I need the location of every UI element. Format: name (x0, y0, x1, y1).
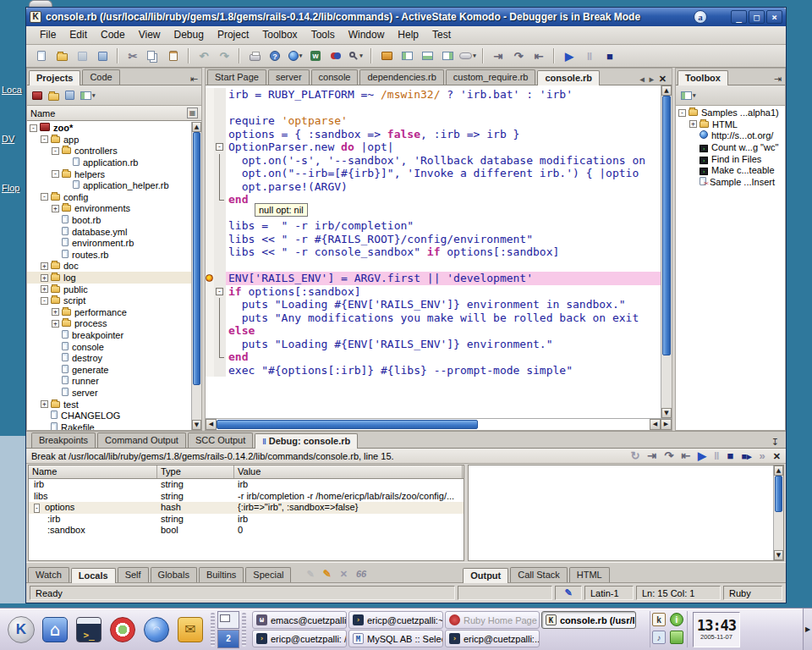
variable-row-irb[interactable]: :irbstringirb (29, 514, 464, 526)
editor-tab-dependencies-rb[interactable]: dependencies.rb (359, 69, 443, 85)
stop-icon[interactable]: ■ (600, 47, 620, 65)
code-line-8[interactable]: opt.parse!(ARGV) (206, 180, 661, 194)
breakpoint-margin[interactable] (206, 167, 214, 180)
more-icon[interactable]: » (760, 450, 765, 461)
delete-watch-icon[interactable]: ✕ (340, 570, 348, 579)
code-line-22[interactable]: exec "#{options[:irb]} #{libs} --prompt-… (206, 364, 661, 377)
breakpoint-margin[interactable] (206, 311, 214, 325)
stop-icon[interactable]: ■ (727, 450, 734, 461)
code-line-4[interactable]: options = { :sandbox => false, :irb => i… (206, 128, 661, 141)
debug-tab-globals[interactable]: Globals (151, 567, 197, 582)
collapse-icon[interactable]: - (52, 147, 59, 155)
pause-icon[interactable]: ‖ (714, 450, 719, 461)
macro-icon[interactable] (326, 47, 346, 65)
code-editor[interactable]: irb = RUBY_PLATFORM =~ /mswin32/ ? 'irb.… (206, 85, 661, 418)
web-browser-icon[interactable]: ◠ (142, 615, 171, 644)
scroll-down-icon[interactable]: ▼ (192, 420, 201, 430)
task-button-emacs-cuetzpalli[interactable]: ωemacs@cuetzpalli... (252, 611, 347, 629)
project-item-generate[interactable]: generate (27, 364, 201, 376)
fold-margin[interactable] (214, 207, 226, 220)
new-tool-icon[interactable] (376, 47, 397, 65)
print-icon[interactable] (244, 47, 265, 65)
bottom-tab-command-output[interactable]: Command Output (97, 432, 186, 448)
refresh-icon[interactable]: ↻ (630, 450, 639, 461)
project-item-runner[interactable]: runner (27, 376, 201, 388)
column-header-value[interactable]: Value (234, 465, 463, 478)
code-line-21[interactable]: end (206, 350, 661, 364)
breakpoint-margin[interactable] (206, 298, 214, 311)
run-icon[interactable]: ▶ (698, 450, 706, 461)
collapse-icon[interactable]: - (41, 135, 48, 143)
scroll-down-icon[interactable]: ▼ (661, 408, 672, 418)
pause-icon[interactable]: ‖ (579, 47, 600, 65)
collapse-icon[interactable]: - (41, 297, 48, 305)
breakpoint-margin[interactable] (206, 193, 214, 207)
paste-icon[interactable] (163, 47, 184, 65)
breakpoint-margin[interactable] (206, 233, 214, 246)
code-line-18[interactable]: puts "Any modifications you make will be… (206, 311, 661, 325)
tab-toolbox[interactable]: Toolbox (678, 70, 728, 85)
toggle-left-pane-icon[interactable] (397, 47, 417, 65)
code-line-20[interactable]: puts "Loading #{ENV['RAILS_ENV']} enviro… (206, 338, 661, 351)
save-icon[interactable] (72, 47, 92, 65)
expand-icon[interactable]: + (41, 285, 48, 293)
code-line-14[interactable] (206, 259, 661, 273)
project-item-application-helper-rb[interactable]: application_helper.rb (27, 179, 201, 191)
task-button-mysql-ab-selec[interactable]: MMySQL AB :: Selec (348, 630, 443, 647)
code-line-15[interactable]: ENV['RAILS_ENV'] = ARGV.first || 'develo… (206, 272, 661, 285)
scrollbar-thumb[interactable] (662, 96, 671, 355)
collapse-icon[interactable]: - (30, 124, 37, 132)
tab-scroll-right-icon[interactable]: ▸ (650, 74, 654, 84)
variable-row-sandbox[interactable]: :sandboxbool0 (29, 525, 464, 537)
redo-icon[interactable]: ↷ (214, 47, 234, 65)
menu-view[interactable]: View (132, 27, 167, 42)
edit-value-icon[interactable]: ✎ (323, 569, 332, 579)
desktop-pager[interactable]: 2 (217, 611, 239, 648)
toolbox-item-samples-alpha1[interactable]: -Samples ...alpha1) (676, 107, 785, 118)
menu-tools[interactable]: Tools (304, 27, 342, 42)
project-item-doc[interactable]: +doc (27, 261, 201, 273)
scroll-right-icon[interactable]: ▶ (661, 419, 672, 430)
close-button[interactable]: × (766, 10, 782, 24)
minimize-button[interactable]: _ (731, 10, 747, 24)
view-menu-icon[interactable]: ▾ (80, 91, 96, 100)
toolbox-item-html[interactable]: +HTML (676, 118, 785, 130)
code-line-16[interactable]: -if options[:sandbox] (206, 285, 661, 299)
fold-collapse-icon[interactable]: - (216, 143, 223, 151)
code-line-11[interactable]: libs = " -r irb/completion" (206, 219, 661, 233)
menu-toolbox[interactable]: Toolbox (255, 27, 304, 42)
expand-icon[interactable]: + (41, 262, 48, 270)
debug-tab-self[interactable]: Self (118, 567, 149, 582)
editor-tab-console[interactable]: console (311, 69, 359, 85)
fold-margin[interactable] (214, 102, 226, 115)
breakpoint-margin[interactable] (206, 272, 214, 285)
scroll-left-icon[interactable]: ◀ (206, 419, 217, 430)
output-scrollbar[interactable]: ▲ ▼ (773, 465, 783, 560)
detach-icon[interactable]: ■▸ (741, 451, 751, 461)
editor-tab-start-page[interactable]: Start Page (207, 69, 266, 85)
step-out-icon[interactable]: ⇤ (529, 47, 549, 65)
project-item-boot-rb[interactable]: boot.rb (27, 214, 201, 226)
breakpoint-margin[interactable] (206, 154, 214, 168)
bottom-tab-scc-output[interactable]: SCC Output (188, 432, 253, 448)
editor-tab-server[interactable]: server (268, 69, 310, 85)
step-over-icon[interactable]: ↷ (664, 450, 673, 461)
collapse-icon[interactable]: - (34, 504, 40, 513)
step-in-icon[interactable]: ⇥ (647, 450, 656, 461)
toolbox-item-find-in-files[interactable]: ›Find in Files (676, 153, 785, 165)
close-pane-icon[interactable]: ✕ (773, 451, 781, 461)
encoding-indicator[interactable]: Latin-1 (584, 586, 634, 600)
code-line-5[interactable]: -OptionParser.new do |opt| (206, 140, 661, 154)
add-watch-icon[interactable]: ✎ (306, 570, 314, 579)
code-line-13[interactable]: libs << " -r console_sandbox" if options… (206, 245, 661, 259)
tab-code[interactable]: Code (82, 69, 119, 85)
editor-hscrollbar[interactable]: ◀ ◀ ▶ (206, 418, 672, 430)
bottom-tab-breakpoints[interactable]: Breakpoints (31, 432, 96, 448)
breakpoint-margin[interactable] (206, 128, 214, 141)
output-tab-call-stack[interactable]: Call Stack (510, 567, 568, 582)
maximize-button[interactable]: □ (749, 10, 765, 24)
desktop-icon-label-local[interactable]: Loca (2, 85, 25, 95)
toolbox-item-make-c-teable[interactable]: ›Make c...teable (676, 164, 785, 176)
preview-browser-icon[interactable]: ▾ (285, 47, 305, 65)
project-item-performance[interactable]: +performance (27, 306, 201, 318)
